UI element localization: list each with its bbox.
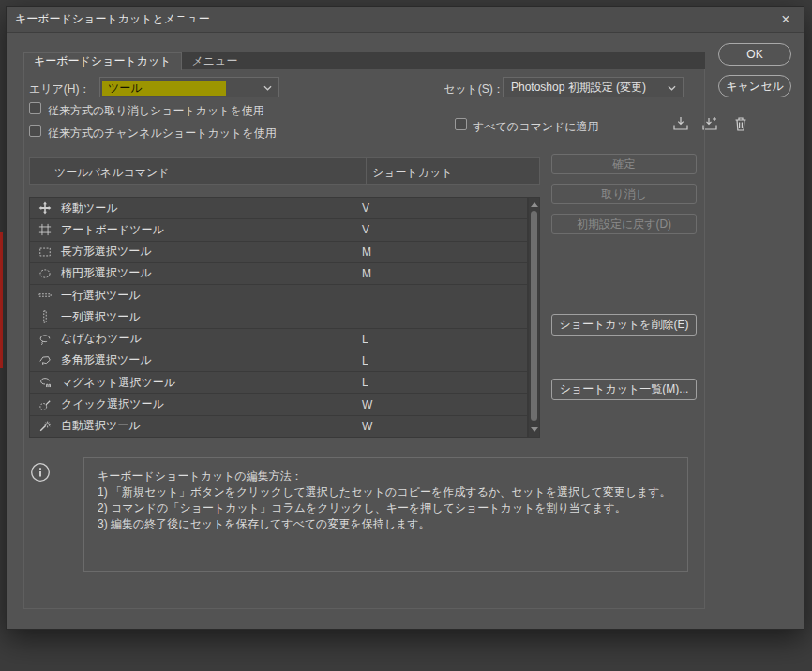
tab-strip: キーボードショートカット メニュー [23,52,705,69]
keyboard-shortcuts-dialog: キーボードショートカットとメニュー × OK キャンセル キーボードショートカッ… [6,6,804,630]
screen: キーボードショートカットとメニュー × OK キャンセル キーボードショートカッ… [0,0,812,671]
delete-set-icon[interactable] [730,113,751,134]
background-red-strip [0,232,3,368]
close-icon[interactable]: × [775,9,796,30]
tab-keyboard-shortcuts[interactable]: キーボードショートカット [23,52,182,70]
cancel-button[interactable]: キャンセル [718,75,791,97]
ok-button[interactable]: OK [718,43,791,66]
tab-content-frame [23,68,705,609]
dialog-titlebar: キーボードショートカットとメニュー × [7,7,804,33]
dialog-title: キーボードショートカットとメニュー [15,11,210,27]
tab-menus[interactable]: メニュー [182,52,248,69]
